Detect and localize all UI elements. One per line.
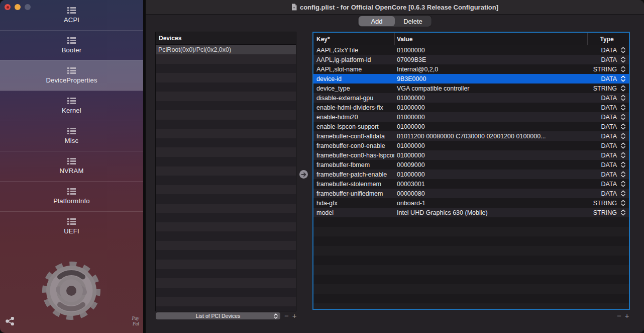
close-button[interactable] [5,4,11,10]
device-empty-row [156,166,296,176]
type-stepper-icon[interactable] [621,152,625,158]
type-stepper-icon[interactable] [621,66,625,72]
property-empty-row [313,294,629,303]
sidebar-item-misc[interactable]: Misc [0,121,143,151]
property-type: DATA [586,133,617,140]
sidebar-item-booter[interactable]: Booter [0,30,143,60]
sidebar-item-kernel[interactable]: Kernel [0,91,143,121]
property-type: DATA [586,190,617,197]
document-icon [291,4,297,11]
property-row[interactable]: enable-hdmi20 01000000 DATA [313,112,629,122]
property-row[interactable]: disable-external-gpu 01000000 DATA [313,93,629,103]
remove-property-button[interactable]: − [617,312,621,320]
property-key: framebuffer-con0-has-lspcon [313,152,394,159]
show-properties-arrow-button[interactable] [299,170,308,179]
property-row[interactable]: framebuffer-unifiedmem 00000080 DATA [313,189,629,198]
property-value: VGA compatible controller [394,85,586,92]
device-filter-popup[interactable]: List of PCI Devices [156,312,280,319]
property-key: enable-lspcon-support [313,123,394,130]
property-row[interactable]: device-id 9B3E0000 DATA [313,74,629,84]
sidebar-item-nvram[interactable]: NVRAM [0,151,143,181]
property-row[interactable]: framebuffer-con0-has-lspcon 01000000 DAT… [313,150,629,160]
devices-list: PciRoot(0x0)/Pci(0x2,0x0) [156,45,296,311]
share-icon [6,317,15,325]
sidebar-item-uefi[interactable]: UEFI [0,211,143,241]
property-key: enable-hdmi20 [313,114,394,121]
devices-list-controls: − + [284,312,297,320]
property-value: 01000000 [394,142,586,149]
property-value: 9B3E0000 [394,75,586,82]
property-row[interactable]: AAPL,slot-name Internal@0,2,0 STRING [313,64,629,74]
type-stepper-icon[interactable] [621,95,625,101]
type-stepper-icon[interactable] [621,47,625,53]
sidebar: ACPI Booter DeviceProperties Kernel Misc [0,0,143,333]
property-empty-row [313,256,629,265]
type-stepper-icon[interactable] [621,75,625,82]
type-stepper-icon[interactable] [621,56,625,63]
property-type: STRING [586,200,617,207]
type-stepper-icon[interactable] [621,181,625,187]
type-stepper-icon[interactable] [621,200,625,206]
property-key: device_type [313,85,394,92]
property-row[interactable]: AAPL,ig-platform-id 07009B3E DATA [313,55,629,64]
remove-device-button[interactable]: − [284,312,289,320]
toolbar: Add Delete [146,15,644,28]
paypal-link[interactable]: Pay Pal [132,316,139,327]
property-key: AAPL,slot-name [313,66,394,73]
property-type: DATA [586,152,617,159]
column-header-key[interactable]: Key* [316,36,330,43]
devices-panel: Devices PciRoot(0x0)/Pci(0x2,0x0) [155,32,296,311]
add-device-button[interactable]: + [292,312,297,320]
property-type: STRING [586,209,617,216]
share-button[interactable] [6,317,15,325]
properties-table-controls: − + [617,312,629,320]
add-button[interactable]: Add [359,16,395,26]
device-empty-row [156,213,296,222]
property-row[interactable]: framebuffer-stolenmem 00003001 DATA [313,179,629,189]
property-type: DATA [586,181,617,188]
device-empty-row [156,176,296,185]
add-property-button[interactable]: + [625,312,629,320]
device-empty-row [156,54,296,64]
property-key: AAPL,ig-platform-id [313,56,394,63]
property-key: framebuffer-con0-enable [313,142,394,149]
minimize-button[interactable] [15,4,21,10]
property-row[interactable]: device_type VGA compatible controller ST… [313,84,629,93]
sidebar-item-label: DeviceProperties [46,76,97,84]
type-stepper-icon[interactable] [621,161,625,168]
sidebar-item-label: Booter [62,46,82,54]
device-row[interactable]: PciRoot(0x0)/Pci(0x2,0x0) [156,45,296,54]
property-value: 07009B3E [394,56,586,63]
property-row[interactable]: framebuffer-con0-alldata 01011200 000800… [313,131,629,141]
properties-table: Key* Value Type AAPL,GfxYTile 01000000 D… [312,32,630,310]
property-value: Intel UHD Graphics 630 (Mobile) [394,209,586,216]
type-stepper-icon[interactable] [621,114,625,120]
sidebar-item-platforminfo[interactable]: PlatformInfo [0,181,143,211]
device-empty-row [156,129,296,138]
type-stepper-icon[interactable] [621,104,625,111]
property-row[interactable]: framebuffer-fbmem 00009000 DATA [313,160,629,170]
type-stepper-icon[interactable] [621,190,625,197]
type-stepper-icon[interactable] [621,142,625,149]
property-value: 00003001 [394,181,586,188]
column-header-value[interactable]: Value [397,36,412,43]
property-row[interactable]: model Intel UHD Graphics 630 (Mobile) ST… [313,208,629,217]
property-row[interactable]: framebuffer-patch-enable 01000000 DATA [313,170,629,179]
type-stepper-icon[interactable] [621,133,625,139]
type-stepper-icon[interactable] [621,209,625,216]
property-type: DATA [586,123,617,130]
type-stepper-icon[interactable] [621,171,625,178]
sidebar-item-deviceproperties[interactable]: DeviceProperties [0,60,143,91]
property-row[interactable]: framebuffer-con0-enable 01000000 DATA [313,141,629,150]
properties-table-header: Key* Value Type [313,33,629,46]
property-row[interactable]: enable-lspcon-support 01000000 DATA [313,122,629,131]
type-stepper-icon[interactable] [621,85,625,92]
column-header-type[interactable]: Type [587,36,626,43]
delete-button[interactable]: Delete [395,16,431,26]
type-stepper-icon[interactable] [621,123,625,130]
property-row[interactable]: AAPL,GfxYTile 01000000 DATA [313,45,629,55]
property-row[interactable]: enable-hdmi-dividers-fix 01000000 DATA [313,103,629,112]
property-row[interactable]: hda-gfx onboard-1 STRING [313,198,629,208]
device-empty-row [156,73,296,82]
popup-stepper-icon [274,313,278,319]
